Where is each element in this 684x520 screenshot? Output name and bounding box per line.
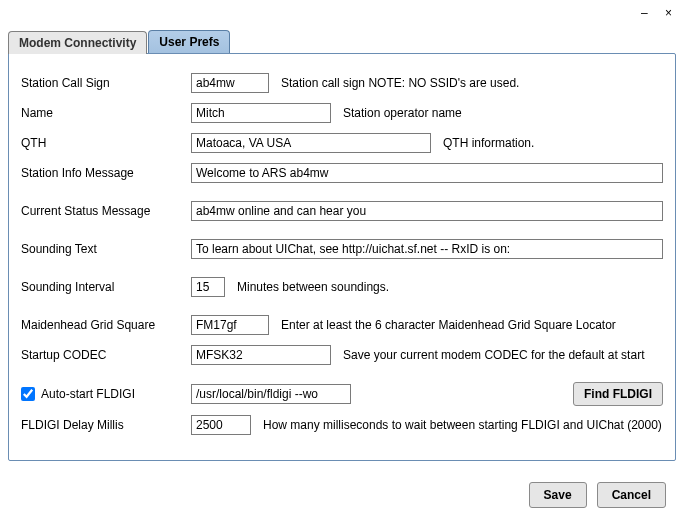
input-sounding-interval[interactable]	[191, 277, 225, 297]
input-grid[interactable]	[191, 315, 269, 335]
hint-name: Station operator name	[343, 106, 462, 120]
input-qth[interactable]	[191, 133, 431, 153]
input-fldigi-path[interactable]	[191, 384, 351, 404]
tab-bar: Modem Connectivity User Prefs	[8, 30, 676, 53]
cancel-button[interactable]: Cancel	[597, 482, 666, 508]
tab-user-prefs[interactable]: User Prefs	[148, 30, 230, 53]
input-fldigi-delay[interactable]	[191, 415, 251, 435]
hint-qth: QTH information.	[443, 136, 534, 150]
hint-sounding-interval: Minutes between soundings.	[237, 280, 389, 294]
label-codec: Startup CODEC	[21, 348, 191, 362]
input-sounding-text[interactable]	[191, 239, 663, 259]
input-codec[interactable]	[191, 345, 331, 365]
close-icon[interactable]: ×	[665, 6, 672, 20]
label-sounding-interval: Sounding Interval	[21, 280, 191, 294]
find-fldigi-button[interactable]: Find FLDIGI	[573, 382, 663, 406]
tab-modem-connectivity[interactable]: Modem Connectivity	[8, 31, 147, 54]
user-prefs-panel: Station Call Sign Station call sign NOTE…	[8, 53, 676, 461]
input-info-msg[interactable]	[191, 163, 663, 183]
label-info-msg: Station Info Message	[21, 166, 191, 180]
save-button[interactable]: Save	[529, 482, 587, 508]
label-qth: QTH	[21, 136, 191, 150]
hint-codec: Save your current modem CODEC for the de…	[343, 348, 644, 362]
minimize-icon[interactable]: –	[641, 6, 648, 20]
label-fldigi-delay: FLDIGI Delay Millis	[21, 418, 191, 432]
preferences-window: – × Modem Connectivity User Prefs Statio…	[0, 0, 684, 520]
content-area: Modem Connectivity User Prefs Station Ca…	[8, 30, 676, 472]
input-status-msg[interactable]	[191, 201, 663, 221]
checkbox-autostart-fldigi[interactable]	[21, 387, 35, 401]
hint-grid: Enter at least the 6 character Maidenhea…	[281, 318, 616, 332]
hint-call-sign: Station call sign NOTE: NO SSID's are us…	[281, 76, 519, 90]
dialog-buttons: Save Cancel	[529, 482, 666, 508]
input-call-sign[interactable]	[191, 73, 269, 93]
label-name: Name	[21, 106, 191, 120]
hint-fldigi-delay: How many milliseconds to wait between st…	[263, 418, 662, 432]
label-grid: Maidenhead Grid Square	[21, 318, 191, 332]
label-autostart-fldigi: Auto-start FLDIGI	[41, 387, 135, 401]
label-call-sign: Station Call Sign	[21, 76, 191, 90]
titlebar-controls: – ×	[627, 0, 684, 20]
label-status-msg: Current Status Message	[21, 204, 191, 218]
label-sounding-text: Sounding Text	[21, 242, 191, 256]
input-name[interactable]	[191, 103, 331, 123]
